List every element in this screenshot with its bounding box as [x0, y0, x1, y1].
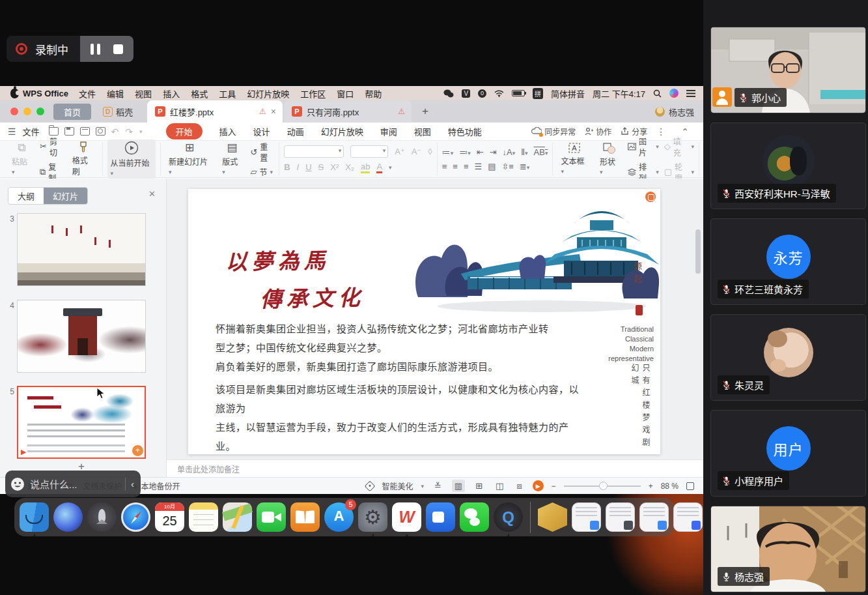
ribbon-tab-home[interactable]: 开始 [166, 123, 203, 139]
clear-format-icon[interactable]: ◊ [428, 147, 432, 156]
ribbon-tab-animation[interactable]: 动画 [287, 125, 304, 138]
increase-font-icon[interactable]: A⁺ [395, 147, 405, 156]
tencent-meeting-dock-icon[interactable] [426, 502, 455, 532]
slideshow-play-button[interactable]: ▶ [533, 480, 544, 491]
menu-format[interactable]: 格式 [191, 87, 208, 100]
print-icon[interactable] [80, 127, 90, 136]
participant-tile-yangzhiqiang[interactable]: 杨志强 [711, 506, 865, 592]
spotlight-search-icon[interactable] [653, 89, 662, 98]
app-menu-title[interactable]: WPS Office [23, 89, 68, 98]
history-dropdown-icon[interactable]: ▾ [139, 128, 143, 135]
facetime-dock-icon[interactable] [257, 502, 286, 532]
stop-recording-button[interactable] [113, 44, 123, 54]
system-preferences-dock-icon[interactable] [358, 502, 387, 532]
panel-close-icon[interactable]: ✕ [148, 189, 156, 199]
collaborate-button[interactable]: 协作 [585, 126, 611, 137]
font-color-button[interactable]: A [376, 162, 382, 173]
print-preview-icon[interactable] [96, 127, 105, 136]
align-center-icon[interactable]: ≡ [453, 162, 458, 171]
zoom-in-button[interactable]: + [649, 482, 653, 491]
slide-layout-button[interactable]: ▤ 版式 ▾ [219, 141, 245, 177]
ribbon-tab-slideshow[interactable]: 幻灯片放映 [321, 125, 363, 138]
strikethrough-button[interactable]: S [318, 162, 324, 172]
menu-window[interactable]: 窗口 [337, 87, 354, 100]
format-painter-button[interactable]: 格式刷 [69, 140, 98, 178]
fit-slide-icon[interactable] [686, 482, 694, 490]
slide-sorter-icon[interactable]: ⊞ [473, 480, 485, 492]
outline-view-tab[interactable]: 大纲 [8, 188, 44, 204]
pause-recording-button[interactable] [91, 44, 100, 55]
account-entry[interactable]: 杨志强 [655, 100, 694, 123]
presenter-view-icon[interactable]: ⧈ [514, 480, 524, 493]
tray-app-icon[interactable]: V [462, 89, 470, 98]
open-file-icon[interactable] [49, 127, 59, 136]
quicktime-dock-icon[interactable]: Q [494, 502, 523, 532]
reading-view-icon[interactable]: ◫ [493, 480, 506, 492]
zoom-slider-knob[interactable] [599, 482, 608, 490]
decrease-font-icon[interactable]: A⁻ [412, 147, 422, 156]
underline-button[interactable]: U [305, 162, 311, 172]
numbered-list-icon[interactable]: ≕▾ [459, 147, 471, 157]
menu-file[interactable]: 文件 [79, 87, 96, 100]
chat-input[interactable]: 说点什么... [30, 477, 120, 491]
ribbon-tab-insert[interactable]: 插入 [219, 125, 236, 138]
minimized-window-3[interactable] [639, 502, 669, 532]
participant-tile-huangyongfang[interactable]: 永芳 环艺三班黄永芳 [711, 219, 865, 304]
menu-slideshow[interactable]: 幻灯片放映 [247, 87, 289, 100]
siri-dock-icon[interactable] [53, 502, 83, 532]
paragraph-spacing-icon[interactable]: ≣▾ [520, 162, 529, 171]
paste-button[interactable]: ⧉ 粘贴 ▾ [8, 141, 35, 177]
new-slide-button[interactable]: ⊞ 新建幻灯片 ▾ [165, 141, 214, 177]
superscript-button[interactable]: X² [330, 162, 339, 172]
font-size-select[interactable] [350, 145, 388, 158]
ribbon-tab-special[interactable]: 特色功能 [448, 125, 482, 138]
wechat-tray-icon[interactable] [443, 89, 454, 98]
shapes-button[interactable]: 形状 ▾ [596, 141, 623, 177]
increase-indent-icon[interactable]: ⇥ [490, 147, 497, 157]
collapse-ribbon-icon[interactable]: ⌃ [681, 126, 689, 137]
wps-office-dock-icon[interactable]: W [392, 502, 421, 532]
line-spacing-icon[interactable]: ⇳≡ [501, 162, 513, 171]
close-window-button[interactable] [10, 108, 18, 115]
close-doc-tab-button[interactable]: × [271, 106, 276, 117]
participant-tile-miniprogram-user[interactable]: 用户 小程序用户 [711, 411, 865, 496]
slide-thumbnail-4[interactable] [17, 300, 146, 373]
notes-view-icon[interactable]: ≚ [432, 480, 444, 492]
font-family-select[interactable] [284, 145, 344, 158]
apple-menu-icon[interactable] [10, 89, 19, 98]
zoom-percent[interactable]: 88 % [661, 482, 679, 491]
sync-status-button[interactable]: 同步异常 [531, 126, 576, 137]
safari-dock-icon[interactable] [121, 502, 150, 532]
control-center-icon[interactable] [686, 90, 695, 97]
normal-view-icon[interactable]: ▥ [452, 480, 465, 492]
tray-badge-icon[interactable]: 0 [478, 89, 486, 98]
zoom-out-button[interactable]: − [552, 482, 556, 491]
text-direction-icon[interactable]: ↓A▾ [503, 147, 516, 157]
smart-beautify-icon[interactable] [365, 480, 376, 491]
notes-bar[interactable]: 单击此处添加备注 [167, 459, 703, 477]
slide-thumbnail-3[interactable] [17, 213, 146, 286]
launchpad-dock-icon[interactable] [87, 502, 117, 532]
align-left-icon[interactable]: ≡ [442, 162, 447, 171]
menu-view[interactable]: 视图 [135, 87, 152, 100]
menu-help[interactable]: 帮助 [365, 87, 382, 100]
wechat-dock-icon[interactable] [460, 502, 489, 532]
italic-button[interactable]: I [297, 162, 300, 172]
participant-tile-mazemin[interactable]: 西安好利来HR-马泽敏 [711, 123, 865, 209]
menu-workspace[interactable]: 工作区 [300, 87, 326, 100]
doc-tab-hongloumeng[interactable]: P 红楼梦.pptx ⚠ × [147, 100, 283, 123]
slides-view-tab[interactable]: 幻灯片 [44, 188, 87, 204]
minimized-window-1[interactable] [572, 502, 601, 532]
participant-tile-guoxiaoxin[interactable]: 郭小心 [711, 27, 865, 113]
bold-button[interactable]: B [284, 162, 290, 172]
redo-icon[interactable]: ↷ [125, 126, 133, 137]
text-box-button[interactable]: A 文本框 ▾ [557, 141, 591, 177]
share-button[interactable]: 分享 [621, 126, 647, 137]
distribute-icon[interactable]: ▤ [488, 162, 496, 171]
thumbnail-add-icon[interactable]: + [132, 445, 143, 456]
beautify-dropdown-icon[interactable]: ▾ [421, 483, 424, 489]
maps-dock-icon[interactable] [223, 502, 252, 532]
new-doc-tab-button[interactable]: + [422, 105, 428, 118]
slide-thumbnail-5-selected[interactable]: ▶ + [17, 386, 146, 459]
decrease-indent-icon[interactable]: ⇤ [477, 147, 484, 157]
